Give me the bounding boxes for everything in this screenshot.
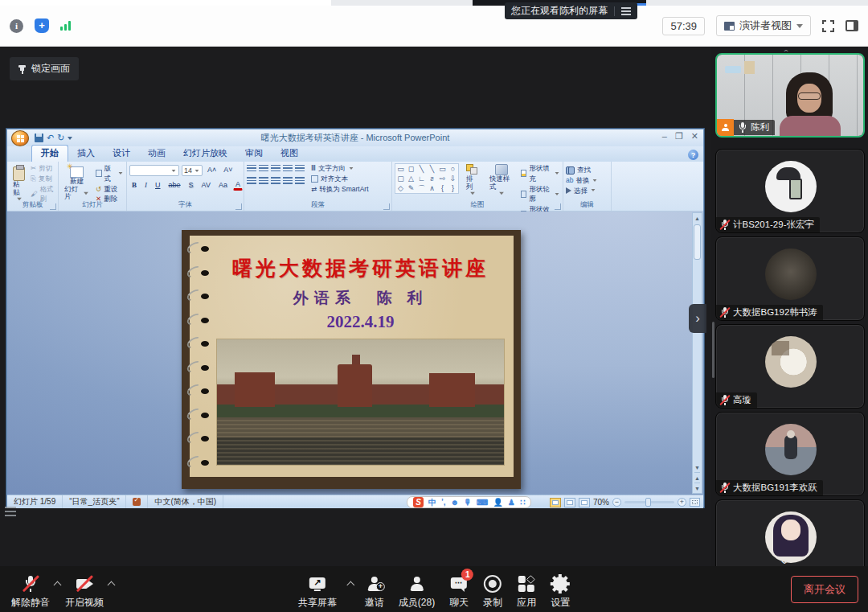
shape-rect[interactable]: ▭ <box>395 164 406 174</box>
zoom-slider-thumb[interactable] <box>645 498 651 507</box>
scroll-down-chevron[interactable]: ⌄ <box>779 553 790 566</box>
voice-input-icon[interactable]: 🎙 <box>464 498 472 507</box>
smartart-button[interactable]: ⇄转换为 SmartArt <box>311 184 369 195</box>
font-size-select[interactable]: 14 <box>182 165 203 176</box>
shape-line[interactable]: ╲ <box>416 164 427 174</box>
account-icon[interactable]: 👤 <box>493 498 503 507</box>
slide-sorter-button[interactable] <box>564 498 575 507</box>
text-direction-button[interactable]: Ⅲ文字方向 <box>311 163 369 174</box>
quick-styles-button[interactable]: 快速样式 <box>486 163 517 196</box>
select-button[interactable]: 选择 <box>566 186 608 196</box>
strikethrough-button[interactable]: abe <box>166 180 183 190</box>
tab-animations[interactable]: 动画 <box>139 146 174 162</box>
normal-view-button[interactable] <box>550 498 561 507</box>
shape-brace-r[interactable]: } <box>448 183 458 193</box>
align-right-button[interactable] <box>271 177 280 185</box>
tab-view[interactable]: 视图 <box>272 146 307 162</box>
shape-round-rect[interactable]: ▢ <box>395 174 406 183</box>
minimize-button[interactable]: – <box>662 131 667 142</box>
tab-design[interactable]: 设计 <box>104 146 139 162</box>
record-button[interactable]: 录制 <box>480 569 506 610</box>
align-text-button[interactable]: 对齐文本 <box>311 174 369 184</box>
cut-button[interactable]: ✂剪切 <box>31 163 55 174</box>
lock-view-button[interactable]: 锁定画面 <box>10 57 79 80</box>
fit-to-window-button[interactable] <box>690 498 700 507</box>
ppt-titlebar[interactable]: ↶ ↻ 曙光大数据考研英语讲座 - Microsoft PowerPoint –… <box>7 129 703 146</box>
line-spacing-button[interactable] <box>295 165 305 173</box>
tab-review[interactable]: 审阅 <box>236 146 272 162</box>
shape-angle[interactable]: ∧ <box>427 183 437 193</box>
participant-tile[interactable]: 大数据BG191李欢跃 <box>715 412 865 496</box>
shape-oval[interactable]: ○ <box>448 164 458 174</box>
columns-button[interactable] <box>295 177 305 185</box>
unmute-button[interactable]: 解除静音 <box>8 569 53 610</box>
meeting-info-icon[interactable]: i <box>10 19 23 33</box>
shape-rect2[interactable]: ◻ <box>406 164 416 174</box>
toolbox-icon[interactable]: ∷ <box>520 498 525 507</box>
zoom-slider[interactable] <box>624 501 674 503</box>
sogou-logo-icon[interactable]: S <box>413 497 424 507</box>
bullets-button[interactable] <box>247 165 256 173</box>
sidebar-scrollbar[interactable] <box>712 322 714 378</box>
shape-brace-l[interactable]: { <box>437 183 448 193</box>
shape-fill-button[interactable]: 形状填充 <box>521 163 560 184</box>
leave-meeting-button[interactable]: 离开会议 <box>791 576 858 603</box>
shape-arrow-right[interactable]: ⇨ <box>437 174 448 183</box>
align-left-button[interactable] <box>247 177 256 185</box>
fullscreen-button[interactable] <box>822 20 834 32</box>
decrease-indent-button[interactable] <box>271 165 280 173</box>
participant-tile[interactable]: 大数据BG192韩书涛 <box>715 236 865 321</box>
ime-toolbar[interactable]: S 中 ’, ☻ 🎙 ⌨ 👤 ♟ ∷ <box>407 496 531 508</box>
audio-options-chevron[interactable] <box>54 581 62 589</box>
emoji-icon[interactable]: ☻ <box>451 498 460 507</box>
grow-font-button[interactable]: A˄ <box>205 165 219 176</box>
paste-button[interactable]: 粘贴 <box>10 163 28 204</box>
shape-line2[interactable]: ╲ <box>427 164 437 174</box>
shape-square[interactable]: ▭ <box>437 164 448 174</box>
previous-slide-button[interactable]: ▲ <box>694 472 700 483</box>
chat-button[interactable]: ⋯1 聊天 <box>446 569 472 610</box>
participant-tile[interactable]: 高璇 <box>715 324 865 409</box>
tab-slideshow[interactable]: 幻灯片放映 <box>174 146 236 162</box>
zoom-out-button[interactable]: − <box>612 498 621 507</box>
view-mode-button[interactable]: 演讲者视图 <box>716 15 811 36</box>
hidden-menu-icon[interactable] <box>5 507 16 516</box>
banner-menu-icon[interactable] <box>621 7 631 15</box>
share-screen-button[interactable]: ↗ 共享屏幕 <box>295 569 340 610</box>
zoom-in-button[interactable]: + <box>678 498 686 507</box>
shape-triangle[interactable]: △ <box>406 174 416 183</box>
close-button[interactable]: ✕ <box>691 131 698 142</box>
scroll-up-icon[interactable]: ▲ <box>694 213 700 223</box>
copy-button[interactable]: ⎘复制 <box>31 174 55 184</box>
shrink-font-button[interactable]: A˅ <box>221 165 235 176</box>
invite-button[interactable]: + 邀请 <box>362 569 387 610</box>
shape-curve[interactable]: ⌒ <box>416 183 427 193</box>
next-slide-button[interactable]: ▼ <box>694 483 700 493</box>
arrange-button[interactable]: 排列 <box>463 163 482 196</box>
language-status[interactable]: 中文(简体，中国) <box>148 495 223 508</box>
tab-insert[interactable]: 插入 <box>68 146 104 162</box>
font-dialog-launcher[interactable] <box>235 203 242 210</box>
apps-button[interactable]: 应用 <box>514 569 539 610</box>
chinese-mode-icon[interactable]: 中 <box>428 497 436 508</box>
layout-button[interactable]: 版式 <box>96 163 124 184</box>
clipboard-dialog-launcher[interactable] <box>50 203 56 210</box>
help-button[interactable]: ? <box>688 150 698 160</box>
font-name-select[interactable] <box>129 165 179 176</box>
network-signal-icon[interactable] <box>60 21 71 31</box>
shape-l[interactable]: ∟ <box>416 174 427 183</box>
new-slide-button[interactable]: 新建 幻灯片 <box>61 163 92 204</box>
slideshow-button[interactable] <box>579 498 590 507</box>
scrollbar-thumb[interactable] <box>694 224 701 260</box>
change-case-button[interactable]: Aa <box>216 180 230 190</box>
participant-tile-chenli[interactable]: 陈利 <box>715 53 865 138</box>
video-options-chevron[interactable] <box>108 581 116 589</box>
sidebar-collapse-handle[interactable]: › <box>689 304 706 333</box>
spellcheck-status[interactable] <box>126 495 148 508</box>
participant-tile[interactable]: 计BS201-29-张宏宇 <box>715 149 865 233</box>
shape-cloud[interactable]: ◇ <box>395 183 406 193</box>
slide-scrollbar[interactable]: ▲ ▼ ▲ ▼ <box>692 212 702 494</box>
reset-button[interactable]: ↺重设 <box>96 184 124 195</box>
soft-keyboard-icon[interactable]: ⌨ <box>477 498 488 507</box>
shape-scribble[interactable]: ✎ <box>406 183 416 193</box>
